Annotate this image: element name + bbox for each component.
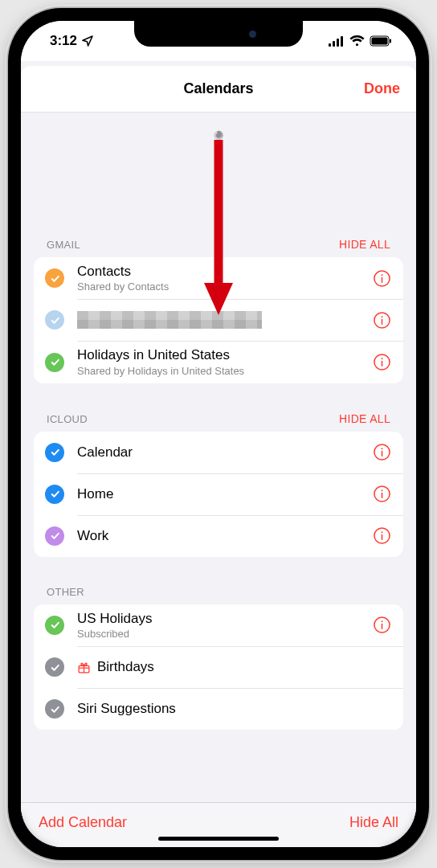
checkmark-icon[interactable]: [45, 310, 64, 330]
pull-to-refresh: [34, 113, 403, 209]
row-title: Calendar: [77, 444, 372, 461]
info-button[interactable]: [372, 615, 392, 635]
status-time: 3:12: [50, 33, 77, 49]
svg-rect-6: [390, 39, 391, 43]
info-button[interactable]: [372, 352, 392, 372]
svg-point-13: [382, 316, 383, 317]
row-subtitle: Subscribed: [77, 628, 372, 640]
checkmark-icon[interactable]: [45, 443, 64, 462]
calendar-row-home[interactable]: Home: [34, 473, 403, 515]
phone-frame: 3:12 Calendars Done: [8, 8, 429, 860]
checkmark-icon[interactable]: [45, 657, 64, 677]
spinner-icon: [206, 130, 231, 154]
info-button[interactable]: [372, 526, 392, 546]
calendar-row-us-holidays[interactable]: US Holidays Subscribed: [34, 604, 403, 646]
checkmark-icon[interactable]: [45, 485, 64, 504]
svg-rect-5: [372, 38, 388, 45]
location-icon: [81, 35, 94, 47]
calendar-row-holidays-us[interactable]: Holidays in United States Shared by Holi…: [34, 341, 403, 383]
screen: 3:12 Calendars Done: [21, 21, 416, 847]
group-other: US Holidays Subscribed Birthdays: [34, 604, 403, 730]
wifi-icon: [349, 35, 365, 47]
home-indicator[interactable]: [158, 837, 279, 841]
cellular-icon: [329, 36, 345, 47]
svg-rect-2: [337, 39, 339, 47]
hide-all-button[interactable]: Hide All: [349, 814, 398, 831]
checkmark-icon[interactable]: [45, 699, 64, 719]
svg-rect-0: [329, 43, 331, 47]
calendar-row-siri[interactable]: Siri Suggestions: [34, 688, 403, 730]
svg-rect-3: [341, 36, 343, 47]
svg-point-19: [382, 448, 383, 450]
hide-all-icloud[interactable]: HIDE ALL: [339, 412, 390, 425]
svg-point-25: [382, 532, 383, 534]
group-icloud: Calendar Home Work: [34, 432, 403, 557]
gift-icon: [77, 661, 91, 674]
section-label: GMAIL: [47, 239, 80, 251]
svg-point-16: [382, 358, 383, 359]
row-title: Holidays in United States: [77, 347, 372, 363]
checkmark-icon[interactable]: [45, 268, 64, 288]
row-title: Home: [77, 486, 372, 502]
row-subtitle: Shared by Contacts: [77, 280, 372, 293]
row-title: Work: [77, 528, 372, 544]
section-header-icloud: ICLOUD HIDE ALL: [34, 383, 403, 432]
calendar-row-redacted[interactable]: [34, 299, 403, 341]
calendar-row-contacts[interactable]: Contacts Shared by Contacts: [34, 257, 403, 299]
section-label: ICLOUD: [47, 413, 88, 425]
info-button[interactable]: [372, 268, 392, 289]
info-button[interactable]: [372, 310, 392, 330]
section-header-other: OTHER: [34, 557, 403, 604]
page-title: Calendars: [183, 80, 253, 97]
svg-point-22: [382, 490, 383, 492]
done-button[interactable]: Done: [364, 66, 400, 112]
add-calendar-button[interactable]: Add Calendar: [39, 814, 127, 831]
calendar-list[interactable]: GMAIL HIDE ALL Contacts Shared by Contac…: [21, 113, 416, 802]
group-gmail: Contacts Shared by Contacts: [34, 257, 403, 383]
calendar-row-birthdays[interactable]: Birthdays: [34, 646, 403, 688]
section-header-gmail: GMAIL HIDE ALL: [34, 209, 403, 257]
calendar-row-calendar[interactable]: Calendar: [34, 432, 403, 473]
sheet-header: Calendars Done: [21, 66, 416, 113]
section-label: OTHER: [47, 586, 84, 598]
row-title: Birthdays: [97, 659, 154, 675]
svg-point-28: [382, 621, 383, 623]
redacted-text: [77, 311, 262, 329]
battery-icon: [370, 35, 392, 47]
hide-all-gmail[interactable]: HIDE ALL: [339, 238, 390, 251]
row-title: Contacts: [77, 264, 372, 280]
checkmark-icon[interactable]: [45, 353, 64, 372]
svg-rect-1: [333, 41, 335, 47]
checkmark-icon[interactable]: [45, 526, 64, 546]
calendar-row-work[interactable]: Work: [34, 515, 403, 557]
row-title: Siri Suggestions: [77, 701, 392, 717]
row-subtitle: Shared by Holidays in United States: [77, 365, 372, 377]
row-title: US Holidays: [77, 611, 372, 627]
info-button[interactable]: [372, 484, 392, 504]
info-button[interactable]: [372, 442, 392, 462]
svg-point-10: [382, 274, 383, 276]
notch: [134, 21, 303, 47]
checkmark-icon[interactable]: [45, 616, 64, 635]
